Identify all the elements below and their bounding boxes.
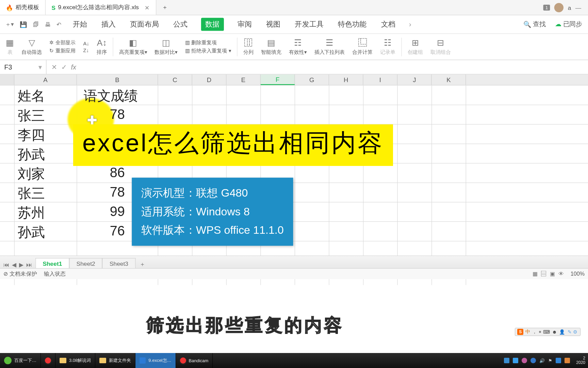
group-create-button[interactable]: ⊞创建组	[404, 37, 426, 56]
ime-tools[interactable]: ✎⚙	[567, 329, 578, 335]
ime-lang[interactable]: 中	[525, 329, 530, 335]
auto-filter-button[interactable]: ▽自动筛选	[18, 37, 45, 56]
tab-insert[interactable]: 插入	[100, 17, 116, 32]
reject-dup-button[interactable]: ▥拒绝录入重复项▾	[185, 47, 231, 54]
system-tray[interactable]: 🔊 ⚑	[501, 358, 573, 363]
cell-B1[interactable]: 语文成绩	[84, 87, 138, 106]
show-all-button[interactable]: ✲全部显示	[49, 39, 76, 46]
tray-flag-icon[interactable]: ⚑	[548, 358, 552, 363]
start-ie-button[interactable]: 百度一下…	[0, 353, 41, 368]
cell-B5[interactable]: 86	[110, 165, 125, 181]
tray-icon[interactable]	[556, 358, 561, 363]
ime-toolbar[interactable]: S 中 ， ⌨ ☻ 👤 ✎⚙	[515, 328, 581, 336]
pivot-button[interactable]: ▦表	[2, 37, 17, 56]
taskbar-clock[interactable]: 2 2020	[573, 356, 588, 365]
view-normal-icon[interactable]: ▦	[533, 271, 538, 277]
cell-A2[interactable]: 张三	[18, 107, 45, 125]
tab-start[interactable]: 开始	[72, 17, 88, 32]
tray-icon[interactable]	[504, 358, 509, 363]
name-box[interactable]: F3▾	[0, 60, 47, 74]
sheet-last-icon[interactable]: ⏭	[26, 261, 32, 268]
select-all-corner[interactable]	[0, 74, 14, 85]
close-tab-icon[interactable]: ✕	[145, 4, 150, 11]
ime-punct[interactable]: ，	[532, 329, 537, 335]
text-to-columns-button[interactable]: ⿲分列	[240, 38, 257, 56]
cell-B7[interactable]: 99	[110, 204, 125, 219]
col-H[interactable]: H	[329, 74, 363, 85]
sync-button[interactable]: ☁ 已同步	[555, 20, 582, 29]
cell-A7[interactable]: 苏州	[18, 204, 45, 223]
notification-badge[interactable]: 1	[543, 4, 550, 10]
data-compare-button[interactable]: ◫数据对比▾	[151, 37, 181, 56]
tray-icon[interactable]	[522, 358, 527, 363]
new-tab-button[interactable]: ＋	[156, 0, 174, 15]
find-button[interactable]: 🔍查找	[523, 20, 546, 29]
col-A[interactable]: A	[14, 74, 77, 85]
highlight-dup-button[interactable]: ◧高亮重复项▾	[116, 37, 150, 56]
smart-fill-button[interactable]: ▤智能填充	[258, 37, 284, 56]
cell-B8[interactable]: 76	[110, 223, 125, 239]
sheet-next-icon[interactable]: ▶	[19, 261, 24, 268]
col-F[interactable]: F	[261, 74, 295, 85]
file-menu-icon[interactable]: ＋▾	[5, 20, 14, 28]
cell-A1[interactable]: 姓名	[18, 87, 45, 106]
col-I[interactable]: I	[363, 74, 398, 85]
view-layout-icon[interactable]: ▣	[550, 271, 555, 277]
print-icon[interactable]: 🖶	[45, 21, 51, 28]
cell-A3[interactable]: 李四	[18, 126, 45, 145]
formula-input[interactable]	[81, 60, 588, 74]
view-pagebreak-icon[interactable]: ⿳	[541, 271, 546, 277]
view-reading-icon[interactable]: 👁	[558, 271, 564, 277]
tab-layout[interactable]: 页面布局	[129, 17, 160, 32]
record-form-button[interactable]: ☷记录单	[377, 37, 399, 56]
taskbar-folder1[interactable]: 3.08解说词	[55, 353, 95, 368]
tab-feature[interactable]: 特色功能	[337, 17, 368, 32]
fx-icon[interactable]: fx	[71, 63, 76, 71]
tray-speaker-icon[interactable]: 🔊	[539, 358, 545, 363]
col-C[interactable]: C	[158, 74, 192, 85]
user-avatar[interactable]	[554, 3, 564, 12]
col-K[interactable]: K	[432, 74, 466, 85]
tab-template[interactable]: 🔥 稻壳模板	[0, 0, 46, 15]
cancel-edit-icon[interactable]: ✕	[51, 63, 57, 71]
sort-asc-desc[interactable]: A↓Z↓	[80, 41, 93, 53]
minimize-icon[interactable]: —	[575, 4, 581, 11]
col-G[interactable]: G	[295, 74, 329, 85]
col-J[interactable]: J	[397, 74, 432, 85]
insert-dropdown-button[interactable]: ☰插入下拉列表	[311, 37, 348, 56]
reapply-button[interactable]: ↻重新应用	[49, 47, 76, 54]
tab-document[interactable]: S 9.excel怎么筛选出相同内容.xls ✕	[46, 0, 156, 15]
sheet-prev-icon[interactable]: ◀	[12, 261, 17, 268]
taskbar-bandicam[interactable]: Bandicam	[176, 353, 213, 368]
undo-icon[interactable]: ↶	[56, 21, 62, 28]
tray-icon[interactable]	[513, 358, 518, 363]
ime-soft-keyboard-icon[interactable]: ⌨	[543, 329, 550, 335]
ime-emoji-icon[interactable]: ☻	[552, 329, 557, 335]
sort-button[interactable]: A↕排序	[93, 38, 110, 56]
col-E[interactable]: E	[226, 74, 261, 85]
ime-user-icon[interactable]: 👤	[559, 329, 565, 335]
add-sheet-button[interactable]: ＋	[135, 261, 150, 268]
tab-data[interactable]: 数据	[201, 18, 224, 31]
cell-B6[interactable]: 78	[110, 184, 125, 200]
sheet-tab-3[interactable]: Sheet3	[102, 258, 135, 269]
tray-icon[interactable]	[530, 358, 536, 363]
save-as-icon[interactable]: 🗐	[33, 21, 39, 28]
tab-doc[interactable]: 文档	[380, 17, 396, 32]
tab-dev[interactable]: 开发工具	[294, 17, 324, 32]
sheet-tab-1[interactable]: Sheet1	[35, 258, 69, 269]
taskbar-folder2[interactable]: 新建文件夹	[95, 353, 135, 368]
validity-button[interactable]: ☶有效性▾	[285, 37, 310, 56]
protect-status[interactable]: ⊘ 文档未保护	[3, 270, 37, 278]
tab-formula[interactable]: 公式	[172, 17, 188, 32]
tab-review[interactable]: 审阅	[236, 17, 252, 32]
cell-A6[interactable]: 张三	[18, 184, 45, 203]
taskbar-wps[interactable]: 9.excel怎…	[135, 353, 176, 368]
taskbar-record1[interactable]	[41, 353, 55, 368]
cell-A4[interactable]: 孙武	[18, 145, 45, 164]
tab-view[interactable]: 视图	[265, 17, 281, 32]
consolidate-button[interactable]: ⿺合并计算	[349, 38, 376, 56]
cell-A5[interactable]: 刘家	[18, 165, 45, 184]
tab-overflow-icon[interactable]: ›	[409, 20, 411, 29]
zoom-level[interactable]: 100%	[571, 271, 585, 277]
